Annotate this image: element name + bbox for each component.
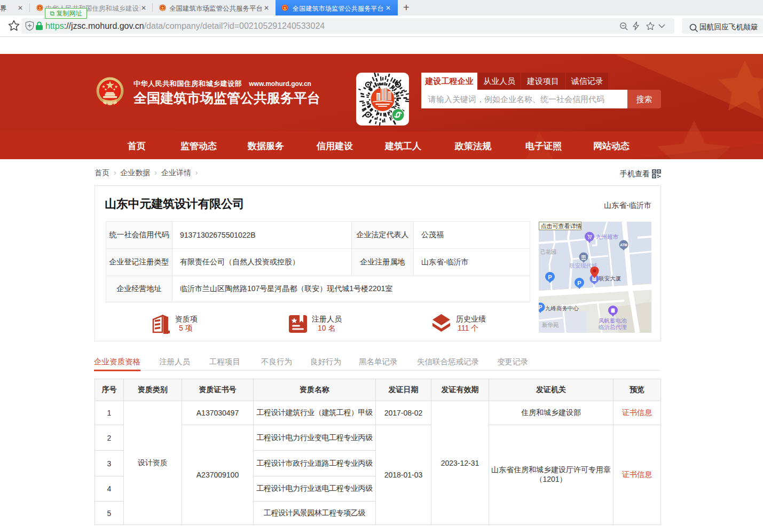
svg-text:P: P (548, 274, 552, 280)
svg-text:新华苑: 新华苑 (542, 322, 559, 328)
svg-text:联安大厦: 联安大厦 (599, 275, 622, 281)
svg-text:九峰商务中心: 九峰商务中心 (545, 305, 579, 311)
svg-text:九州超市: 九州超市 (596, 233, 619, 240)
svg-text:风帆蓄电池: 风帆蓄电池 (599, 317, 627, 324)
svg-text:临沂总代理: 临沂总代理 (599, 324, 627, 330)
svg-text:P: P (577, 280, 581, 286)
svg-text:点击可查看详情: 点击可查看详情 (541, 223, 582, 229)
svg-text:ATM: ATM (620, 243, 627, 247)
svg-text:P: P (539, 304, 542, 310)
svg-text:己花园: 己花园 (540, 249, 556, 255)
